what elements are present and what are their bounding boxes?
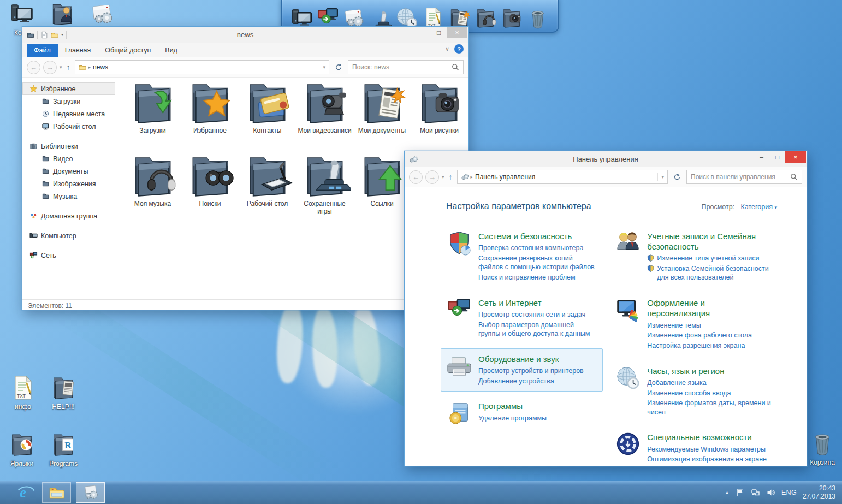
cp-category-title[interactable]: Программы xyxy=(478,401,547,411)
cp-task-link[interactable]: Изменение фона рабочего стола xyxy=(647,331,759,340)
forward-button[interactable]: → xyxy=(43,61,57,74)
taskbar-ie-button[interactable]: e xyxy=(15,482,37,503)
new-document-icon[interactable] xyxy=(40,31,48,39)
cp-task-link[interactable]: Настройка разрешения экрана xyxy=(647,341,759,350)
sidebar-item-Загрузки[interactable]: Загрузки xyxy=(22,95,115,108)
folder-tile-Контакты[interactable]: Контакты xyxy=(239,80,296,153)
forward-button[interactable]: → xyxy=(425,170,439,184)
sidebar-item-Видео[interactable]: Видео xyxy=(22,152,115,165)
sidebar-item-Музыка[interactable]: Музыка xyxy=(22,190,115,203)
desktop-icon-Корзина[interactable]: Корзина xyxy=(804,429,841,466)
cp-task-link[interactable]: Сохранение резервных копий файлов с помо… xyxy=(478,254,597,272)
address-bar[interactable]: ▸ news ▾ xyxy=(75,60,329,74)
news-titlebar[interactable]: ▾ news – □ × xyxy=(22,27,468,43)
view-selector[interactable]: Просмотр: Категория ▾ xyxy=(702,203,778,211)
cp-category-Программы[interactable]: ПрограммыУдаление программы xyxy=(441,395,603,432)
folder-tile-Мои рисунки[interactable]: Мои рисунки xyxy=(411,80,468,153)
cp-task-link[interactable]: Изменение способа ввода xyxy=(647,389,771,398)
tray-expand-icon[interactable]: ▲ xyxy=(725,490,730,495)
view-value[interactable]: Категория xyxy=(741,203,773,211)
sidebar-item-Изображения[interactable]: Изображения xyxy=(22,177,115,190)
address-dropdown-icon[interactable]: ▾ xyxy=(657,173,664,181)
cp-task-link[interactable]: Выбор параметров домашней группы и общег… xyxy=(478,321,597,339)
minimize-button[interactable]: – xyxy=(415,27,431,38)
action-center-icon[interactable] xyxy=(736,488,745,497)
cp-category-Оформление и персонализация[interactable]: Оформление и персонализацияИзменение тем… xyxy=(609,292,777,357)
cp-task-link[interactable]: Изменение форматов даты, времени и чисел xyxy=(647,399,771,417)
folder-tile-Моя музыка[interactable]: Моя музыка xyxy=(124,153,181,226)
cp-task-link[interactable]: Оптимизация изображения на экране xyxy=(647,455,767,464)
cp-category-title[interactable]: Система и безопасность xyxy=(478,231,590,241)
dock-folder-music-icon[interactable] xyxy=(473,4,497,29)
cp-category-Часы, язык и регион[interactable]: Часы, язык и регионДобавление языкаИзмен… xyxy=(609,360,777,423)
cp-task-link[interactable]: Просмотр устройств и принтеров xyxy=(478,366,584,375)
refresh-button[interactable] xyxy=(671,170,684,183)
sidebar-item-Библиотеки[interactable]: Библиотеки xyxy=(22,140,115,152)
maximize-button[interactable]: □ xyxy=(769,151,785,163)
cp-category-title[interactable]: Специальные возможности xyxy=(647,432,759,442)
sidebar-item-Домашняя группа[interactable]: Домашняя группа xyxy=(22,210,115,222)
search-icon[interactable] xyxy=(790,173,798,181)
cp-task-link[interactable]: Изменение темы xyxy=(647,321,759,330)
cp-task-link[interactable]: Просмотр состояния сети и задач xyxy=(478,310,597,319)
address-bar[interactable]: ▸ Панель управления ▾ xyxy=(457,170,668,184)
ribbon-collapse-icon[interactable]: ∨ xyxy=(445,45,449,52)
folder-tile-Ссылки[interactable]: Ссылки xyxy=(353,153,411,226)
sidebar-item-Документы[interactable]: Документы xyxy=(22,165,115,177)
cp-category-title[interactable]: Учетные записи и Семейная безопасность xyxy=(647,231,759,252)
tab-Общий доступ[interactable]: Общий доступ xyxy=(98,44,158,57)
up-button[interactable]: ↑ xyxy=(65,63,72,72)
cp-category-title[interactable]: Оборудование и звук xyxy=(478,354,584,364)
volume-icon[interactable] xyxy=(766,488,775,497)
clock[interactable]: 20:43 27.07.2013 xyxy=(803,484,835,501)
cp-category-title[interactable]: Часы, язык и регион xyxy=(647,366,759,376)
tab-Вид[interactable]: Вид xyxy=(158,44,185,57)
view-dropdown-icon[interactable]: ▾ xyxy=(774,205,777,210)
cp-task-link[interactable]: Рекомендуемые Windows параметры xyxy=(647,445,767,454)
maximize-button[interactable]: □ xyxy=(431,27,447,38)
sidebar-item-Избранное[interactable]: Избранное xyxy=(22,82,115,95)
sidebar-item-Рабочий стол[interactable]: Рабочий стол xyxy=(22,120,115,133)
cp-task-link[interactable]: Удаление программы xyxy=(478,414,547,423)
desktop-icon-Ярлыки[interactable]: Ярлыки xyxy=(3,431,40,467)
sidebar-item-Компьютер[interactable]: Компьютер xyxy=(22,229,115,242)
close-button[interactable]: × xyxy=(785,151,806,163)
taskbar-explorer-button[interactable] xyxy=(42,482,71,503)
qat-dropdown-icon[interactable]: ▾ xyxy=(61,32,63,37)
taskbar-control-panel-button[interactable] xyxy=(76,482,105,503)
back-button[interactable]: ← xyxy=(409,170,423,184)
search-box[interactable]: Поиск: news xyxy=(348,60,464,74)
address-dropdown-icon[interactable]: ▾ xyxy=(319,63,325,72)
sidebar-item-Недавние места[interactable]: Недавние места xyxy=(22,108,115,120)
history-dropdown-icon[interactable]: ▾ xyxy=(60,64,62,70)
search-icon[interactable] xyxy=(452,63,459,71)
search-box[interactable]: Поиск в панели управления xyxy=(686,170,802,184)
network-tray-icon[interactable] xyxy=(751,488,760,497)
folder-tile-Сохраненные игры[interactable]: Сохраненные игры xyxy=(296,153,353,226)
folder-tile-Рабочий стол[interactable]: Рабочий стол xyxy=(239,153,296,226)
cp-task-link[interactable]: Поиск и исправление проблем xyxy=(478,273,597,282)
cp-task-link[interactable]: Добавление языка xyxy=(647,378,771,387)
close-button[interactable]: × xyxy=(447,27,467,38)
tab-Файл[interactable]: Файл xyxy=(27,44,58,57)
help-button[interactable]: ? xyxy=(454,44,464,54)
cp-task-link[interactable]: Изменение типа учетной записи xyxy=(647,254,771,263)
folder-tile-Поиски[interactable]: Поиски xyxy=(181,153,239,226)
history-dropdown-icon[interactable]: ▾ xyxy=(442,174,444,180)
folder-icon[interactable] xyxy=(51,31,58,39)
cp-category-Специальные возможности[interactable]: Специальные возможностиРекомендуемые Win… xyxy=(609,426,777,467)
cp-task-link[interactable]: Добавление устройства xyxy=(478,377,584,386)
desktop-icon-Programs[interactable]: RPrograms xyxy=(45,431,82,467)
folder-tile-Мои видеозаписи[interactable]: Мои видеозаписи xyxy=(296,80,353,153)
tab-Главная[interactable]: Главная xyxy=(58,44,98,57)
cp-category-Сеть и Интернет[interactable]: Сеть и ИнтернетПросмотр состояния сети и… xyxy=(441,292,603,345)
desktop-icon-user-folder[interactable] xyxy=(44,2,81,29)
explorer-icon[interactable] xyxy=(27,31,34,39)
dock-recycle-bin-icon[interactable] xyxy=(526,4,550,29)
cp-category-title[interactable]: Оформление и персонализация xyxy=(647,298,759,318)
up-button[interactable]: ↑ xyxy=(447,173,454,181)
minimize-button[interactable]: – xyxy=(754,151,769,163)
cp-task-link[interactable]: Проверка состояния компьютера xyxy=(478,244,597,252)
cp-titlebar[interactable]: Панель управления – □ × xyxy=(405,151,807,167)
cp-category-Система и безопасность[interactable]: Система и безопасностьПроверка состояния… xyxy=(441,226,603,288)
